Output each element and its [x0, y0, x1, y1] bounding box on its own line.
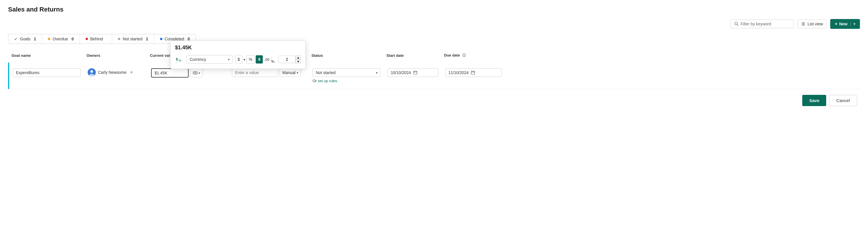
svg-text:∼: ∼: [176, 61, 178, 63]
manual-button[interactable]: Manual ▾: [280, 68, 301, 77]
svg-text:$: $: [176, 57, 178, 61]
svg-point-9: [90, 70, 93, 73]
new-btn-divider: [850, 22, 851, 26]
due-date-info-icon: ⓘ: [462, 53, 466, 57]
new-chevron-icon: ▾: [854, 22, 855, 26]
status-behind[interactable]: Behind: [80, 34, 113, 43]
new-plus-icon: +: [835, 21, 837, 27]
overdue-dot: [48, 38, 50, 40]
header-start-date: Start date: [383, 51, 441, 60]
manual-label: Manual: [282, 70, 296, 75]
decimal-decrement[interactable]: ▼: [296, 59, 301, 63]
svg-text:%: %: [179, 59, 181, 62]
start-date-input[interactable]: 10/10/2024: [388, 68, 438, 77]
search-icon: [734, 22, 739, 26]
active-decimal-button[interactable]: 9: [255, 55, 263, 64]
svg-rect-11: [413, 71, 417, 74]
header-goal-name: Goal name: [8, 51, 83, 60]
status-not-started[interactable]: Not started 1: [112, 34, 154, 43]
goals-count: 1: [34, 37, 36, 41]
start-date-value: 10/10/2024: [391, 70, 411, 75]
status-value: Not started: [316, 70, 335, 75]
dollar-percent-icon: $ % ∼: [176, 55, 184, 63]
set-up-rules-link[interactable]: set up rules: [318, 79, 337, 83]
link-chevron-icon: ▾: [199, 71, 200, 75]
new-button-label: New: [839, 22, 847, 26]
decimal-sym1: .00: [264, 56, 270, 63]
currency-chevron-icon: ▾: [228, 58, 229, 61]
behind-dot: [86, 38, 88, 40]
page-title: Sales and Returns: [8, 6, 860, 13]
dollar-symbol-button[interactable]: $: [235, 55, 243, 64]
status-overdue[interactable]: Overdue 0: [42, 34, 80, 43]
list-view-label: List view: [807, 22, 823, 26]
owners-list: Carly Newsome ✕: [88, 68, 144, 77]
due-date-value: 11/10/2024: [448, 70, 469, 75]
symbol-group: $ ▾ % 9 .00 -‰: [235, 54, 276, 65]
not-started-count: 1: [146, 37, 148, 41]
current-value-input[interactable]: [151, 68, 189, 78]
filter-input[interactable]: Filter by keyword: [731, 20, 794, 28]
svg-line-1: [737, 25, 738, 26]
sym-chevron: ▾: [243, 58, 246, 61]
status-chevron-icon: ▾: [376, 71, 377, 74]
check-icon: ✓: [14, 37, 18, 41]
not-started-label: Not started: [123, 37, 142, 41]
overdue-count: 0: [71, 37, 74, 41]
link-icon: [193, 71, 197, 75]
currency-label: Currency: [190, 57, 206, 62]
due-date-input[interactable]: 11/10/2024: [445, 68, 502, 77]
goal-name-cell: [9, 66, 84, 79]
status-dropdown[interactable]: Not started ▾: [313, 68, 381, 77]
decimal-input-group: ▲ ▼: [278, 55, 301, 63]
table-header: Goal name Owners Current value Final tar…: [8, 51, 860, 60]
avatar: [88, 68, 96, 77]
goal-name-input[interactable]: [13, 68, 81, 77]
format-icon: $ % ∼: [175, 55, 184, 64]
table-row: Carly Newsome ✕ ▾ Manual ▾: [8, 63, 860, 89]
svg-rect-15: [471, 71, 475, 74]
decimal-stepper: ▲ ▼: [296, 55, 301, 63]
decimal-increment[interactable]: ▲: [296, 55, 301, 59]
currency-popover: $1.45K $ % ∼ Currency ▾ $ ▾: [170, 40, 306, 69]
decimal-sym2: -‰: [271, 54, 276, 65]
new-button[interactable]: + New ▾: [830, 19, 860, 29]
header-status: Status: [308, 51, 383, 60]
popover-value: $1.45K: [175, 45, 301, 51]
avatar-icon: [88, 68, 96, 77]
owner-name: Carly Newsome: [98, 70, 127, 75]
save-button[interactable]: Save: [802, 95, 826, 106]
or-rules-text: Or set up rules: [313, 79, 381, 83]
not-started-dot: [118, 38, 120, 40]
actions-row: Save Cancel: [8, 95, 860, 106]
decimal-input[interactable]: [278, 56, 296, 63]
manual-chevron-icon: ▾: [297, 71, 298, 74]
behind-label: Behind: [90, 37, 103, 41]
remove-owner-button[interactable]: ✕: [130, 70, 133, 74]
completed-dot: [160, 38, 162, 40]
owners-cell: Carly Newsome ✕: [84, 66, 148, 79]
list-view-button[interactable]: List view: [797, 20, 827, 28]
status-bar: ✓ Goals 1 Overdue 0 Behind Not started 1…: [8, 34, 196, 44]
filter-placeholder: Filter by keyword: [741, 22, 771, 26]
goals-label: Goals: [20, 37, 31, 41]
link-button[interactable]: ▾: [190, 69, 203, 77]
currency-dropdown[interactable]: Currency ▾: [187, 55, 233, 64]
calendar-icon-due: [471, 71, 475, 75]
start-date-cell: 10/10/2024: [384, 66, 442, 79]
cancel-button[interactable]: Cancel: [829, 95, 857, 106]
status-cell: Not started ▾ Or set up rules: [309, 66, 384, 85]
final-target-input[interactable]: [232, 68, 278, 77]
overdue-label: Overdue: [53, 37, 68, 41]
list-view-icon: [801, 22, 806, 26]
toolbar: Filter by keyword List view + New ▾: [8, 19, 860, 29]
status-goals[interactable]: ✓ Goals 1: [8, 34, 42, 43]
due-date-cell: 11/10/2024: [442, 66, 505, 79]
header-owners: Owners: [83, 51, 147, 60]
calendar-icon: [413, 71, 417, 75]
header-due-date: Due date ⓘ: [441, 51, 504, 60]
percent-symbol-button[interactable]: %: [246, 55, 255, 64]
